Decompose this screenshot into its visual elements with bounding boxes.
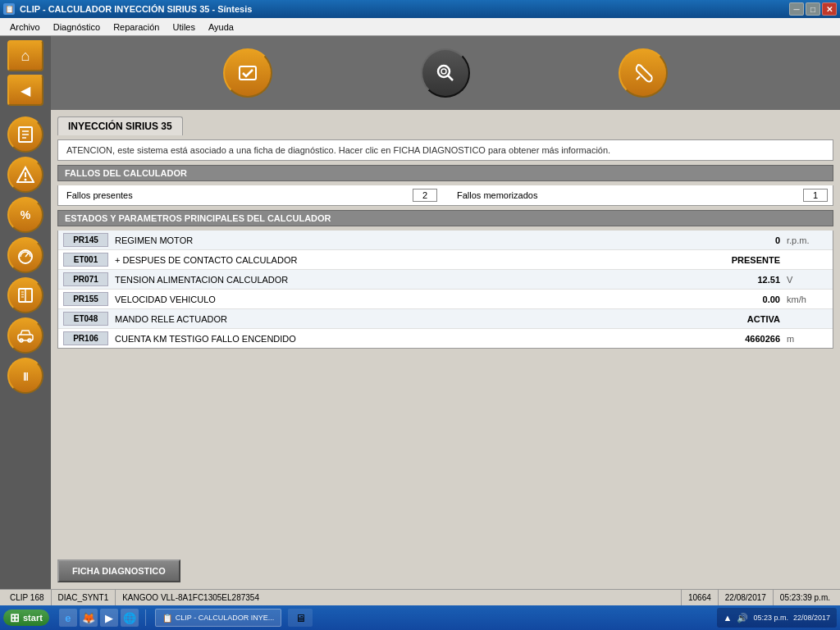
param-value: ACTIVA	[713, 314, 787, 324]
sidebar-doc-button[interactable]	[7, 116, 43, 153]
svg-line-13	[25, 253, 29, 257]
param-name: TENSION ALIMENTACION CALCULADOR	[115, 275, 713, 285]
status-vehicle: KANGOO VLL-8A1FC1305EL287354	[116, 590, 682, 605]
menu-ayuda[interactable]: Ayuda	[202, 21, 240, 34]
ficha-diagnostico-button[interactable]: FICHA DIAGNOSTICO	[57, 559, 180, 582]
maximize-button[interactable]: □	[806, 2, 820, 16]
tab-header[interactable]: INYECCIÓN SIRIUS 35	[57, 116, 833, 135]
wrench-button[interactable]	[619, 48, 668, 98]
menu-bar: Archivo Diagnóstico Reparación Utiles Ay…	[0, 18, 840, 36]
status-code: 10664	[682, 590, 719, 605]
param-code: PR145	[63, 233, 108, 247]
table-row: ET001+ DESPUES DE CONTACTO CALCULADORPRE…	[58, 250, 833, 270]
sidebar-warning-button[interactable]	[7, 157, 43, 193]
quicklaunch-media[interactable]: ▶	[100, 609, 118, 627]
toolbar-left: ⌂ ◀	[0, 36, 51, 110]
table-row: PR155VELOCIDAD VEHICULO0.00km/h	[58, 290, 833, 309]
sidebar: % |||	[0, 110, 51, 589]
param-unit: V	[787, 275, 828, 285]
tray-time: 05:23 p.m.	[753, 614, 788, 622]
sidebar-car-button[interactable]	[7, 317, 43, 354]
system-tray: ▲ 🔊 05:23 p.m. 22/08/2017	[717, 608, 837, 628]
sidebar-percent-button[interactable]: %	[7, 197, 43, 233]
svg-rect-0	[240, 66, 256, 80]
svg-line-2	[448, 75, 453, 80]
params-section-header: ESTADOS Y PARAMETROS PRINCIPALES DEL CAL…	[57, 210, 833, 226]
param-unit: r.p.m.	[787, 235, 828, 245]
param-unit: m	[787, 334, 828, 344]
faults-memorizados-count: 1	[803, 189, 828, 202]
info-text: ATENCION, este sistema está asociado a u…	[66, 145, 610, 155]
svg-point-3	[441, 69, 446, 74]
app-icon: 📋	[3, 3, 15, 15]
param-name: MANDO RELE ACTUADOR	[115, 314, 713, 324]
faults-header-label: FALLOS DEL CALCULADOR	[65, 168, 187, 178]
param-code: PR071	[63, 272, 108, 286]
param-value: PRESENTE	[713, 255, 787, 265]
back-button[interactable]: ◀	[7, 75, 43, 106]
close-button[interactable]: ✕	[822, 2, 837, 16]
param-code: ET001	[63, 253, 108, 267]
status-diac: DIAC_SYNT1	[52, 590, 116, 605]
content-area: INYECCIÓN SIRIUS 35 ATENCION, este siste…	[51, 110, 840, 589]
params-header-label: ESTADOS Y PARAMETROS PRINCIPALES DEL CAL…	[65, 213, 331, 223]
quicklaunch-ff[interactable]: 🦊	[80, 609, 98, 627]
faults-memorizados-label: Fallos memorizados	[454, 189, 800, 202]
sidebar-book-button[interactable]	[7, 277, 43, 313]
diag-button-area: FICHA DIAGNOSTICO	[57, 559, 833, 582]
info-box: ATENCION, este sistema está asociado a u…	[57, 139, 833, 161]
status-bar: CLIP 168 DIAC_SYNT1 KANGOO VLL-8A1FC1305…	[0, 589, 840, 605]
menu-reparacion[interactable]: Reparación	[107, 21, 166, 34]
checklist-button[interactable]	[223, 48, 272, 98]
param-code: PR155	[63, 292, 108, 306]
minimize-button[interactable]: ─	[789, 2, 804, 16]
table-row: PR145REGIMEN MOTOR0r.p.m.	[58, 231, 833, 250]
taskbar-clip-item[interactable]: 📋 CLIP - CALCULADOR INYE...	[155, 609, 281, 627]
status-clip: CLIP 168	[3, 590, 52, 605]
quicklaunch-ie[interactable]: e	[59, 609, 77, 627]
menu-diagnostico[interactable]: Diagnóstico	[47, 21, 107, 34]
search-button[interactable]	[421, 48, 470, 98]
table-row: PR106CUENTA KM TESTIGO FALLO ENCENDIDO46…	[58, 329, 833, 348]
svg-point-1	[438, 66, 450, 77]
taskbar-icon2[interactable]: 🖥	[288, 609, 313, 627]
start-button[interactable]: ⊞ start	[3, 609, 49, 626]
window-controls: ─ □ ✕	[789, 2, 837, 16]
param-unit: km/h	[787, 294, 828, 304]
param-value: 4660266	[713, 334, 787, 344]
param-code: PR106	[63, 331, 108, 345]
tab-label: INYECCIÓN SIRIUS 35	[57, 116, 183, 135]
sidebar-barcode-button[interactable]: |||	[7, 358, 43, 394]
param-name: REGIMEN MOTOR	[115, 235, 713, 245]
quicklaunch-chrome[interactable]: 🌐	[121, 609, 139, 627]
param-value: 0	[713, 235, 787, 245]
svg-line-4	[637, 76, 640, 80]
sidebar-gauge-button[interactable]	[7, 237, 43, 273]
menu-archivo[interactable]: Archivo	[3, 21, 47, 34]
status-time: 05:23:39 p.m.	[774, 590, 837, 605]
taskbar: ⊞ start e 🦊 ▶ 🌐 📋 CLIP - CALCULADOR INYE…	[0, 605, 840, 630]
params-table: PR145REGIMEN MOTOR0r.p.m.ET001+ DESPUES …	[57, 231, 833, 349]
param-name: CUENTA KM TESTIGO FALLO ENCENDIDO	[115, 334, 713, 344]
faults-section-header: FALLOS DEL CALCULADOR	[57, 165, 833, 181]
faults-row: Fallos presentes 2 Fallos memorizados 1	[57, 185, 833, 206]
param-name: + DESPUES DE CONTACTO CALCULADOR	[115, 255, 713, 265]
tray-date: 22/08/2017	[793, 614, 830, 622]
svg-point-11	[25, 179, 27, 181]
param-name: VELOCIDAD VEHICULO	[115, 294, 713, 304]
home-button[interactable]: ⌂	[7, 40, 43, 71]
param-value: 12.51	[713, 275, 787, 285]
table-row: PR071TENSION ALIMENTACION CALCULADOR12.5…	[58, 270, 833, 290]
window-title: CLIP - CALCULADOR INYECCIÓN SIRIUS 35 - …	[20, 4, 789, 14]
menu-utiles[interactable]: Utiles	[166, 21, 202, 34]
title-bar: 📋 CLIP - CALCULADOR INYECCIÓN SIRIUS 35 …	[0, 0, 840, 18]
table-row: ET048MANDO RELE ACTUADORACTIVA	[58, 309, 833, 329]
param-code: ET048	[63, 312, 108, 326]
param-value: 0.00	[713, 294, 787, 304]
status-date: 22/08/2017	[719, 590, 774, 605]
faults-presentes-count: 2	[413, 189, 437, 202]
faults-presentes-label: Fallos presentes	[63, 189, 409, 202]
